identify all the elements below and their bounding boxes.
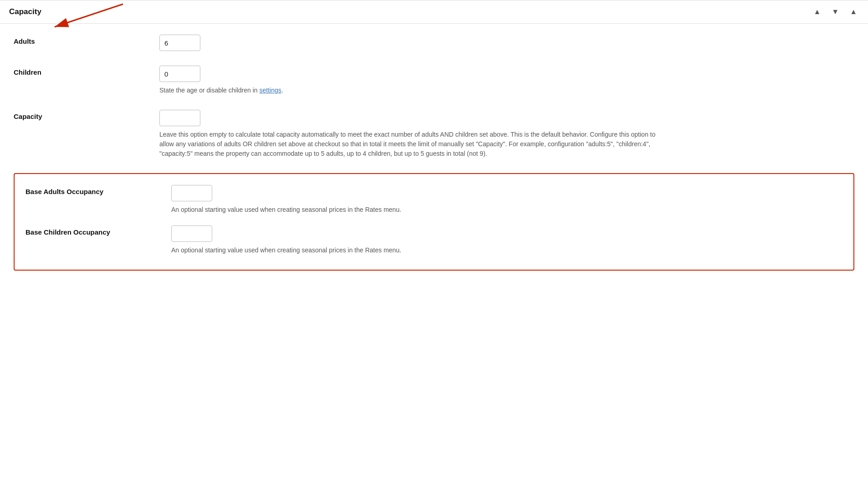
children-hint: State the age or disable children in set… <box>159 86 660 95</box>
adults-field-group <box>159 35 854 51</box>
children-row: Children State the age or disable childr… <box>14 66 854 95</box>
base-children-hint: An optional starting value used when cre… <box>171 246 672 255</box>
base-adults-input[interactable] <box>171 185 212 201</box>
children-hint-suffix: . <box>281 87 283 94</box>
base-children-field-group: An optional starting value used when cre… <box>171 225 842 255</box>
svg-line-1 <box>55 4 123 27</box>
adults-input[interactable] <box>159 35 200 51</box>
section-header: Capacity ▲ ▼ ▲ <box>0 0 868 24</box>
capacity-row: Capacity Leave this option empty to calc… <box>14 110 854 159</box>
children-field-group: State the age or disable children in set… <box>159 66 854 95</box>
base-occupancy-section: Base Adults Occupancy An optional starti… <box>14 173 854 271</box>
adults-row: Adults <box>14 35 854 51</box>
base-children-input[interactable] <box>171 225 212 242</box>
capacity-field-group: Leave this option empty to calculate tot… <box>159 110 854 159</box>
capacity-label: Capacity <box>14 110 159 120</box>
base-adults-row: Base Adults Occupancy An optional starti… <box>26 185 842 215</box>
base-adults-hint: An optional starting value used when cre… <box>171 205 672 215</box>
base-adults-field-group: An optional starting value used when cre… <box>171 185 842 215</box>
children-hint-prefix: State the age or disable children in <box>159 87 259 94</box>
header-controls: ▲ ▼ ▲ <box>812 7 859 17</box>
capacity-hint: Leave this option empty to calculate tot… <box>159 130 660 159</box>
page-container: Capacity ▲ ▼ ▲ Adults Chil <box>0 0 868 502</box>
move-up-button[interactable]: ▲ <box>812 7 822 17</box>
base-children-row: Base Children Occupancy An optional star… <box>26 225 842 255</box>
base-adults-label: Base Adults Occupancy <box>26 185 171 195</box>
base-children-label: Base Children Occupancy <box>26 225 171 236</box>
content-area: Adults Children State the age or disable… <box>0 24 868 282</box>
move-down-button[interactable]: ▼ <box>830 7 841 17</box>
adults-label: Adults <box>14 35 159 45</box>
section-title: Capacity <box>9 7 41 16</box>
children-input[interactable] <box>159 66 200 82</box>
collapse-button[interactable]: ▲ <box>848 7 859 17</box>
settings-link[interactable]: settings <box>259 87 281 94</box>
capacity-input[interactable] <box>159 110 200 126</box>
children-label: Children <box>14 66 159 76</box>
